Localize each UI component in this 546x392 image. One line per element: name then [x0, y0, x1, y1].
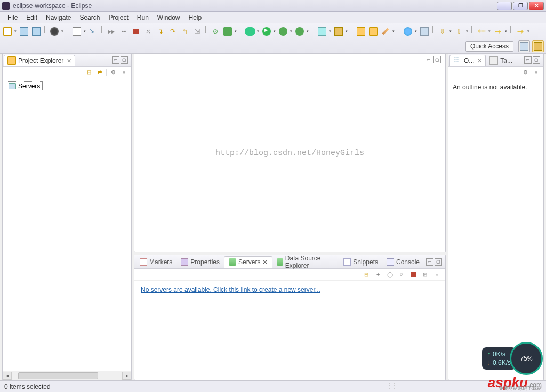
collapse-all-button[interactable]: ⊟ — [85, 68, 93, 77]
maximize-view-button[interactable]: ▢ — [121, 56, 128, 64]
run-last-button[interactable] — [294, 26, 305, 37]
close-icon[interactable]: ✕ — [262, 258, 268, 266]
open-perspective-button[interactable] — [518, 40, 530, 52]
resize-grip[interactable]: ⋮⋮ — [386, 382, 397, 389]
minimize-view-button[interactable]: ▭ — [426, 258, 433, 266]
search-button[interactable] — [380, 26, 391, 37]
close-icon[interactable]: ✕ — [477, 58, 482, 64]
focus-button[interactable]: ⚙ — [109, 68, 117, 77]
server-clean-button[interactable]: ⊞ — [421, 271, 429, 279]
server-publish-button[interactable] — [409, 271, 417, 279]
scroll-left-button[interactable]: ◂ — [3, 372, 12, 380]
save-all-button[interactable] — [31, 26, 42, 37]
step-over-button[interactable]: ↷ — [167, 26, 178, 37]
scroll-right-button[interactable]: ▸ — [122, 372, 131, 380]
resume-button[interactable]: ▸▸ — [106, 26, 117, 37]
download-speed: 0.6K/s — [493, 359, 511, 366]
close-icon[interactable]: ✕ — [67, 58, 71, 64]
new-web-button[interactable] — [333, 26, 344, 37]
pause-button[interactable]: ▪▪ — [118, 26, 129, 37]
minimize-view-button[interactable]: ▭ — [112, 56, 119, 64]
next-annotation-button[interactable]: ⇩ — [437, 26, 448, 37]
menu-search[interactable]: Search — [75, 13, 104, 22]
new-button[interactable] — [2, 26, 13, 37]
watermark-brand: aspku.com 免费网站源码下载站 — [488, 374, 542, 391]
tab-task-list[interactable]: Ta... — [486, 55, 516, 66]
bottom-view-stack: Markers Properties Servers✕ Data Source … — [134, 255, 446, 380]
maximize-editor-button[interactable]: ▢ — [433, 56, 441, 63]
server-debug-button[interactable]: ⊟ — [362, 271, 371, 279]
debug-button[interactable] — [245, 26, 255, 37]
outline-icon: ☷ — [453, 56, 462, 65]
drop-frame-button[interactable]: ⇲ — [192, 26, 203, 37]
next-edit-button[interactable]: ⤑ — [515, 26, 526, 37]
open-task-button[interactable] — [368, 26, 379, 37]
minimize-view-button[interactable]: ▭ — [524, 56, 532, 64]
upload-arrow-icon: ↑ — [487, 350, 491, 358]
scroll-thumb[interactable] — [18, 372, 98, 379]
toggle-breadcrumb-button[interactable] — [419, 26, 430, 37]
menu-navigate[interactable]: Navigate — [42, 13, 75, 22]
server-profile-button[interactable]: ◯ — [386, 271, 394, 279]
open-type-button[interactable] — [356, 26, 366, 37]
view-menu-button[interactable]: ▿ — [532, 68, 540, 77]
menu-edit[interactable]: Edit — [22, 13, 42, 22]
view-menu-button[interactable]: ▿ — [432, 271, 441, 279]
horizontal-scrollbar[interactable]: ◂ ▸ — [3, 371, 131, 380]
quick-access-button[interactable]: Quick Access — [465, 41, 513, 52]
close-button[interactable]: ✕ — [529, 2, 544, 10]
javaee-perspective-button[interactable] — [532, 40, 544, 52]
maximize-view-button[interactable]: ▢ — [435, 258, 442, 266]
maximize-view-button[interactable]: ▢ — [533, 56, 540, 64]
watermark-text: http://blog.csdn.net/HoneyGirls — [215, 149, 364, 158]
tab-properties[interactable]: Properties — [176, 257, 224, 267]
skip-breakpoints-button[interactable]: ⊘ — [210, 26, 221, 37]
tab-markers[interactable]: Markers — [135, 257, 176, 267]
build-button[interactable] — [71, 26, 82, 37]
step-return-button[interactable]: ↰ — [180, 26, 190, 37]
minimize-editor-button[interactable]: ▭ — [425, 56, 432, 63]
menu-window[interactable]: Window — [153, 13, 184, 22]
switch-editor-button[interactable] — [49, 26, 60, 37]
run-button[interactable] — [261, 26, 272, 37]
step-into-button[interactable]: ↴ — [155, 26, 166, 37]
back-button[interactable]: ⬸ — [476, 26, 487, 37]
disconnect-button[interactable]: ⤫ — [143, 26, 154, 37]
tab-snippets[interactable]: Snippets — [339, 257, 382, 267]
stop-button[interactable] — [131, 26, 141, 37]
tab-console[interactable]: Console — [382, 257, 424, 267]
menu-project[interactable]: Project — [104, 13, 132, 22]
server-stop-button[interactable]: ⧄ — [397, 271, 406, 279]
toolbar-separator — [101, 26, 103, 37]
save-button[interactable] — [19, 26, 29, 37]
web-browser-button[interactable] — [403, 26, 413, 37]
maximize-button[interactable]: ❐ — [513, 2, 528, 10]
minimize-button[interactable]: — — [497, 2, 512, 10]
editor-area[interactable]: ▭ ▢ http://blog.csdn.net/HoneyGirls — [134, 53, 446, 252]
toolbar-separator — [44, 26, 46, 37]
tab-data-source-explorer[interactable]: Data Source Explorer — [272, 253, 339, 271]
focus-button[interactable]: ⚙ — [521, 68, 529, 77]
tab-servers[interactable]: Servers✕ — [224, 256, 272, 268]
menu-run[interactable]: Run — [133, 13, 153, 22]
prev-annotation-button[interactable]: ⇧ — [454, 26, 464, 37]
new-server-button[interactable] — [317, 26, 327, 37]
menu-file[interactable]: File — [3, 13, 22, 22]
coverage-button[interactable] — [278, 26, 288, 37]
view-menu-button[interactable]: ▿ — [119, 68, 128, 77]
restart-server-button[interactable] — [222, 26, 233, 37]
create-server-link[interactable]: No servers are available. Click this lin… — [141, 286, 320, 293]
project-tree[interactable]: Servers — [3, 78, 131, 371]
tree-item-servers[interactable]: Servers — [6, 81, 43, 91]
window-title: eclipse-workspace - Eclipse — [13, 2, 496, 10]
forward-button[interactable]: ⤑ — [493, 26, 503, 37]
toolbar-separator — [510, 26, 512, 37]
main-toolbar: ↘ ▸▸ ▪▪ ⤫ ↴ ↷ ↰ ⇲ ⊘ ⇩ ⇧ ⬸ ⤑ ⤑ — [0, 23, 546, 54]
tab-outline[interactable]: ☷ O... ✕ — [449, 55, 486, 66]
server-start-button[interactable]: ✦ — [374, 271, 382, 279]
link-with-editor-button[interactable]: ⇄ — [95, 68, 104, 77]
menu-help[interactable]: Help — [184, 13, 206, 22]
project-explorer-tab[interactable]: Project Explorer ✕ — [4, 55, 75, 66]
link-editor-button[interactable]: ↘ — [88, 26, 99, 37]
project-explorer-icon — [7, 56, 16, 65]
